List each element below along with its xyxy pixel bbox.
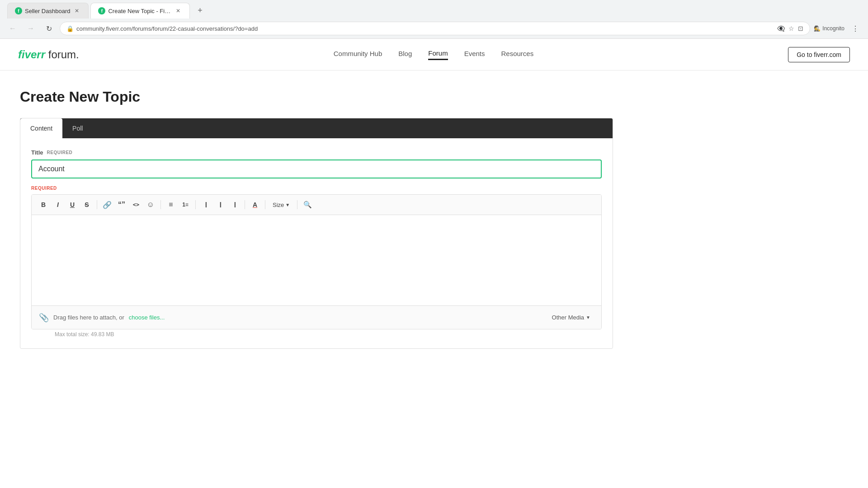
attachment-area: 📎 Drag files here to attach, or choose f… bbox=[32, 305, 601, 329]
logo-forum: forum. bbox=[48, 48, 79, 61]
size-dropdown[interactable]: Size ▼ bbox=[269, 200, 293, 210]
tab-label: Seller Dashboard bbox=[25, 8, 70, 14]
max-size-note: Max total size: 49.83 MB bbox=[31, 331, 602, 341]
body-field-label: REQUIRED bbox=[31, 186, 602, 191]
eyeoff-icon: 👁‍🗨 bbox=[777, 25, 785, 32]
logo-fiverr: fiverr bbox=[18, 48, 45, 61]
topic-form-body: Title REQUIRED REQUIRED B I bbox=[20, 138, 613, 341]
choose-files-link[interactable]: choose files... bbox=[129, 314, 165, 321]
search-button[interactable]: 🔍 bbox=[301, 198, 314, 211]
split-view-icon[interactable]: ⊡ bbox=[798, 25, 803, 32]
site-nav: Community Hub Blog Forum Events Resource… bbox=[334, 49, 533, 60]
tab-label-active: Create New Topic - Fiverr Com... bbox=[108, 8, 171, 14]
incognito-badge: 🕵 Incognito bbox=[814, 25, 844, 32]
page-title: Create New Topic bbox=[20, 89, 613, 105]
address-bar[interactable]: 🔒 community.fiverr.com/forums/forum/22-c… bbox=[60, 22, 810, 35]
underline-button[interactable]: U bbox=[66, 198, 79, 211]
toolbar-separator-5 bbox=[265, 200, 265, 209]
nav-events[interactable]: Events bbox=[464, 50, 485, 59]
editor-body[interactable] bbox=[32, 215, 601, 305]
unordered-list-button[interactable]: ≡ bbox=[165, 198, 177, 211]
tab-close-icon-active[interactable]: ✕ bbox=[174, 7, 182, 15]
paperclip-icon: 📎 bbox=[39, 313, 49, 323]
other-media-label: Other Media bbox=[552, 314, 585, 321]
toolbar-separator-6 bbox=[297, 200, 297, 209]
topic-tabs: Content Poll bbox=[20, 118, 613, 138]
title-field-label: Title REQUIRED bbox=[31, 149, 602, 156]
toolbar-separator-2 bbox=[160, 200, 161, 209]
title-field-group: Title REQUIRED bbox=[31, 149, 602, 178]
body-field-group: REQUIRED B I U S 🔗 “” <> bbox=[31, 186, 602, 341]
editor-container: B I U S 🔗 “” <> ☺ ≡ 1≡ bbox=[31, 194, 602, 329]
site-logo: fiverr forum. bbox=[18, 48, 79, 61]
browser-tab-seller-dashboard[interactable]: f Seller Dashboard ✕ bbox=[7, 3, 89, 19]
link-button[interactable]: 🔗 bbox=[101, 198, 113, 211]
font-color-button[interactable]: A bbox=[249, 198, 261, 211]
ordered-list-button[interactable]: 1≡ bbox=[179, 198, 192, 211]
browser-nav-bar: ← → ↻ 🔒 community.fiverr.com/forums/foru… bbox=[0, 19, 868, 38]
emoji-button[interactable]: ☺ bbox=[144, 198, 157, 211]
editor-toolbar: B I U S 🔗 “” <> ☺ ≡ 1≡ bbox=[32, 195, 601, 215]
attachment-left: 📎 Drag files here to attach, or choose f… bbox=[39, 313, 165, 323]
browser-tab-create-topic[interactable]: f Create New Topic - Fiverr Com... ✕ bbox=[90, 3, 190, 19]
tab-poll[interactable]: Poll bbox=[62, 118, 93, 138]
other-media-button[interactable]: Other Media ▼ bbox=[548, 312, 594, 323]
chevron-down-icon: ▼ bbox=[285, 202, 290, 207]
align-left-button[interactable]: ⁞ bbox=[199, 198, 212, 211]
tab-close-icon[interactable]: ✕ bbox=[73, 7, 81, 15]
address-bar-icons: 👁‍🗨 ☆ ⊡ bbox=[777, 25, 803, 32]
forward-button[interactable]: → bbox=[24, 21, 38, 36]
page-content: fiverr forum. Community Hub Blog Forum E… bbox=[0, 39, 868, 468]
blockquote-button[interactable]: “” bbox=[115, 198, 128, 211]
italic-button[interactable]: I bbox=[52, 198, 64, 211]
code-button[interactable]: <> bbox=[130, 198, 142, 211]
topic-form: Content Poll Title REQUIRED REQUIRED bbox=[20, 118, 613, 349]
toolbar-separator-4 bbox=[245, 200, 245, 209]
nav-forum[interactable]: Forum bbox=[428, 49, 448, 60]
site-header: fiverr forum. Community Hub Blog Forum E… bbox=[0, 39, 868, 70]
reload-button[interactable]: ↻ bbox=[42, 21, 56, 36]
size-label: Size bbox=[273, 202, 284, 208]
align-center-button[interactable]: ⁞ bbox=[214, 198, 226, 211]
main-content: Create New Topic Content Poll Title REQU… bbox=[0, 70, 633, 367]
tab-content[interactable]: Content bbox=[20, 118, 62, 138]
align-right-button[interactable]: ⁞ bbox=[228, 198, 241, 211]
nav-blog[interactable]: Blog bbox=[398, 50, 412, 59]
menu-button[interactable]: ⋮ bbox=[848, 21, 863, 36]
chevron-down-icon-media: ▼ bbox=[586, 315, 590, 320]
toolbar-separator-3 bbox=[195, 200, 196, 209]
bold-button[interactable]: B bbox=[37, 198, 50, 211]
browser-tabs-bar: f Seller Dashboard ✕ f Create New Topic … bbox=[0, 0, 868, 19]
strikethrough-button[interactable]: S bbox=[80, 198, 93, 211]
toolbar-separator-1 bbox=[97, 200, 97, 209]
go-fiverr-button[interactable]: Go to fiverr.com bbox=[788, 47, 850, 62]
url-display: community.fiverr.com/forums/forum/22-cas… bbox=[76, 25, 774, 32]
title-required-badge: REQUIRED bbox=[47, 150, 73, 155]
drag-text: Drag files here to attach, or bbox=[53, 314, 124, 321]
browser-chrome: f Seller Dashboard ✕ f Create New Topic … bbox=[0, 0, 868, 39]
body-required-badge: REQUIRED bbox=[31, 186, 57, 191]
incognito-icon: 🕵 bbox=[814, 25, 821, 32]
back-button[interactable]: ← bbox=[5, 21, 20, 36]
nav-community-hub[interactable]: Community Hub bbox=[334, 50, 382, 59]
title-input[interactable] bbox=[31, 160, 602, 178]
nav-resources[interactable]: Resources bbox=[501, 50, 534, 59]
new-tab-button[interactable]: + bbox=[193, 5, 206, 17]
star-icon[interactable]: ☆ bbox=[788, 25, 794, 32]
